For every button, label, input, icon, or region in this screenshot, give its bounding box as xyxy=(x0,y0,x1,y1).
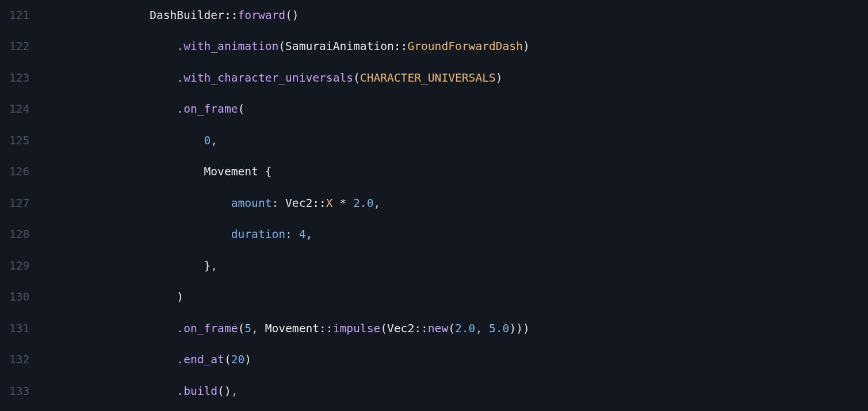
code-token: amount xyxy=(231,197,272,210)
line-number: 124 xyxy=(9,94,29,125)
code-token xyxy=(41,228,231,241)
code-token: duration xyxy=(231,228,285,241)
code-token: . xyxy=(177,102,183,116)
code-token: 2.0 xyxy=(353,197,373,210)
code-token xyxy=(41,9,150,22)
code-token: impulse xyxy=(333,322,381,335)
code-line[interactable]: .with_character_universals(CHARACTER_UNI… xyxy=(41,63,868,94)
code-token: , xyxy=(211,259,217,272)
code-token: ( xyxy=(238,102,245,116)
code-token xyxy=(41,322,177,335)
line-number-gutter: 121122123124125126127128129130131132133 xyxy=(0,0,41,411)
line-number: 123 xyxy=(9,63,29,94)
code-token xyxy=(41,290,177,304)
code-token: { xyxy=(265,165,272,178)
line-number: 132 xyxy=(9,344,29,375)
code-token: ( xyxy=(448,322,455,335)
code-token xyxy=(258,322,265,335)
code-token: . xyxy=(177,353,183,366)
code-token: forward xyxy=(238,9,286,22)
code-token xyxy=(292,228,299,241)
code-token: ) xyxy=(177,290,183,304)
code-token: ) xyxy=(523,40,530,53)
code-token xyxy=(258,165,265,178)
code-token: () xyxy=(285,9,299,22)
code-line[interactable]: duration: 4, xyxy=(41,219,868,250)
line-number: 133 xyxy=(9,376,29,407)
code-token: :: xyxy=(312,197,326,210)
code-token: . xyxy=(177,71,183,84)
code-token: 5.0 xyxy=(489,322,509,335)
line-number: 130 xyxy=(9,282,29,313)
code-token: 20 xyxy=(231,353,245,366)
code-token: ) xyxy=(496,71,503,84)
code-token: CHARACTER_UNIVERSALS xyxy=(360,71,496,84)
code-token: Movement xyxy=(265,322,319,335)
code-token xyxy=(41,71,177,84)
code-line[interactable]: Movement { xyxy=(41,156,868,187)
line-number: 122 xyxy=(9,31,29,62)
code-token: DashBuilder xyxy=(150,9,224,22)
code-token: ( xyxy=(353,71,360,84)
code-token: , xyxy=(211,134,217,147)
code-line[interactable]: .on_frame( xyxy=(41,94,868,125)
code-line[interactable]: .build(), xyxy=(41,376,868,407)
code-token: new xyxy=(428,322,448,335)
code-token: . xyxy=(177,40,183,53)
code-token: X xyxy=(326,197,333,210)
line-number: 127 xyxy=(9,188,29,219)
code-token: 4 xyxy=(299,228,306,241)
line-number: 131 xyxy=(9,313,29,344)
code-editor: 121122123124125126127128129130131132133 … xyxy=(0,0,868,411)
code-token xyxy=(41,385,177,398)
code-token: end_at xyxy=(183,353,224,366)
code-token xyxy=(41,197,231,210)
code-token xyxy=(41,40,177,53)
code-token: with_animation xyxy=(183,40,278,53)
code-line[interactable]: }, xyxy=(41,251,868,282)
code-token: with_character_universals xyxy=(183,71,353,84)
code-token: on_frame xyxy=(183,102,238,116)
code-token: on_frame xyxy=(183,322,238,335)
code-token: ( xyxy=(380,322,387,335)
line-number: 126 xyxy=(9,156,29,187)
code-token: * xyxy=(333,197,353,210)
code-token: , xyxy=(305,228,312,241)
line-number: 125 xyxy=(9,125,29,156)
code-line[interactable]: ) xyxy=(41,282,868,313)
code-line[interactable]: 0, xyxy=(41,125,868,156)
code-token: . xyxy=(177,385,183,398)
code-token xyxy=(278,197,285,210)
code-token: ) xyxy=(244,353,251,366)
line-number: 129 xyxy=(9,251,29,282)
code-token: GroundForwardDash xyxy=(407,40,523,53)
code-line[interactable]: .end_at(20) xyxy=(41,344,868,375)
code-token: :: xyxy=(414,322,428,335)
code-token: SamuraiAnimation xyxy=(285,40,394,53)
code-token: , xyxy=(373,197,380,210)
code-line[interactable]: amount: Vec2::X * 2.0, xyxy=(41,188,868,219)
code-token: , xyxy=(231,385,238,398)
line-number: 121 xyxy=(9,0,29,31)
code-token: ( xyxy=(224,353,231,366)
code-token: Vec2 xyxy=(285,197,312,210)
code-token: , xyxy=(475,322,482,335)
code-token: . xyxy=(177,322,183,335)
code-token: : xyxy=(285,228,292,241)
code-token: :: xyxy=(224,9,238,22)
code-token xyxy=(41,165,204,178)
code-content[interactable]: DashBuilder::forward() .with_animation(S… xyxy=(41,0,868,411)
code-token: 5 xyxy=(244,322,251,335)
code-token xyxy=(482,322,489,335)
line-number: 128 xyxy=(9,219,29,250)
code-token xyxy=(41,353,177,366)
code-line[interactable]: DashBuilder::forward() xyxy=(41,0,868,31)
code-token: () xyxy=(217,385,231,398)
code-line[interactable]: .with_animation(SamuraiAnimation::Ground… xyxy=(41,31,868,62)
code-token: } xyxy=(204,259,211,272)
code-token: ( xyxy=(238,322,245,335)
code-line[interactable]: .on_frame(5, Movement::impulse(Vec2::new… xyxy=(41,313,868,344)
code-token: build xyxy=(183,385,217,398)
code-token: Movement xyxy=(204,165,258,178)
code-token: : xyxy=(272,197,278,210)
